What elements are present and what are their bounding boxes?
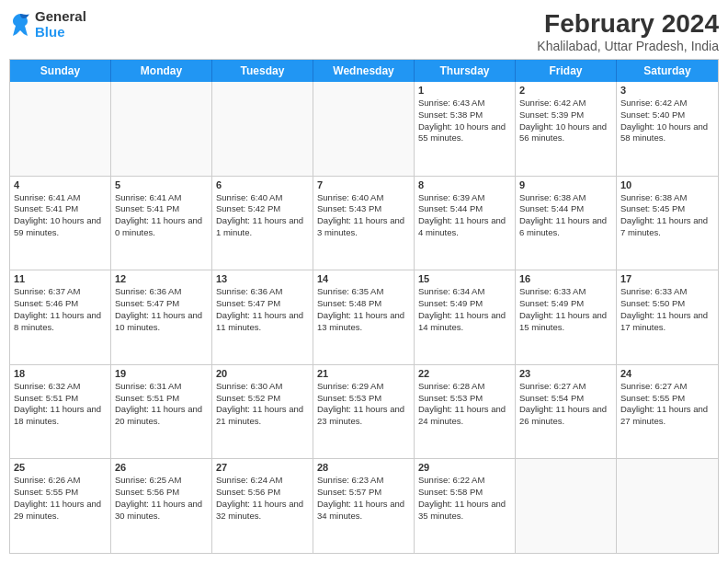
sun-info: Sunrise: 6:32 AM Sunset: 5:51 PM Dayligh… [14, 381, 107, 428]
calendar-cell: 11Sunrise: 6:37 AM Sunset: 5:46 PM Dayli… [10, 270, 111, 364]
calendar-cell: 22Sunrise: 6:28 AM Sunset: 5:53 PM Dayli… [415, 365, 516, 459]
calendar-cell: 6Sunrise: 6:40 AM Sunset: 5:42 PM Daylig… [212, 177, 313, 270]
day-number: 22 [418, 368, 511, 379]
sun-info: Sunrise: 6:36 AM Sunset: 5:47 PM Dayligh… [115, 286, 208, 333]
day-number: 21 [317, 368, 410, 379]
sun-info: Sunrise: 6:38 AM Sunset: 5:44 PM Dayligh… [519, 192, 612, 239]
day-number: 20 [216, 368, 309, 379]
calendar-cell: 13Sunrise: 6:36 AM Sunset: 5:47 PM Dayli… [212, 270, 313, 364]
day-number: 11 [14, 273, 107, 284]
day-number: 25 [14, 462, 107, 473]
day-number: 6 [216, 179, 309, 190]
day-number: 24 [620, 368, 714, 379]
calendar-cell: 24Sunrise: 6:27 AM Sunset: 5:55 PM Dayli… [617, 365, 718, 459]
calendar-cell: 7Sunrise: 6:40 AM Sunset: 5:43 PM Daylig… [313, 177, 415, 270]
calendar-cell: 5Sunrise: 6:41 AM Sunset: 5:41 PM Daylig… [111, 177, 212, 270]
sun-info: Sunrise: 6:28 AM Sunset: 5:53 PM Dayligh… [418, 381, 511, 428]
calendar-cell: 2Sunrise: 6:42 AM Sunset: 5:39 PM Daylig… [516, 82, 617, 176]
day-number: 10 [620, 179, 714, 190]
calendar-cell [212, 82, 313, 176]
logo-blue: Blue [35, 25, 86, 40]
sun-info: Sunrise: 6:27 AM Sunset: 5:55 PM Dayligh… [620, 381, 714, 428]
day-number: 1 [418, 85, 511, 96]
day-number: 5 [115, 179, 208, 190]
sun-info: Sunrise: 6:24 AM Sunset: 5:56 PM Dayligh… [216, 475, 309, 522]
calendar-row-3: 18Sunrise: 6:32 AM Sunset: 5:51 PM Dayli… [10, 364, 718, 459]
calendar-cell: 18Sunrise: 6:32 AM Sunset: 5:51 PM Dayli… [10, 365, 111, 459]
sun-info: Sunrise: 6:42 AM Sunset: 5:40 PM Dayligh… [620, 98, 714, 144]
sun-info: Sunrise: 6:22 AM Sunset: 5:58 PM Dayligh… [418, 475, 511, 522]
sun-info: Sunrise: 6:33 AM Sunset: 5:49 PM Dayligh… [519, 286, 612, 333]
day-number: 4 [14, 179, 107, 190]
sun-info: Sunrise: 6:40 AM Sunset: 5:43 PM Dayligh… [317, 192, 410, 239]
day-number: 18 [14, 368, 107, 379]
sun-info: Sunrise: 6:25 AM Sunset: 5:56 PM Dayligh… [115, 475, 208, 522]
location: Khalilabad, Uttar Pradesh, India [537, 39, 719, 53]
sun-info: Sunrise: 6:29 AM Sunset: 5:53 PM Dayligh… [317, 381, 410, 428]
weekday-header-saturday: Saturday [617, 60, 718, 82]
calendar-cell [111, 82, 212, 176]
weekday-header-sunday: Sunday [10, 60, 111, 82]
calendar-cell: 10Sunrise: 6:38 AM Sunset: 5:45 PM Dayli… [617, 177, 718, 270]
calendar-cell: 9Sunrise: 6:38 AM Sunset: 5:44 PM Daylig… [516, 177, 617, 270]
day-number: 14 [317, 273, 410, 284]
day-number: 9 [519, 179, 612, 190]
sun-info: Sunrise: 6:23 AM Sunset: 5:57 PM Dayligh… [317, 475, 410, 522]
day-number: 29 [418, 462, 511, 473]
sun-info: Sunrise: 6:36 AM Sunset: 5:47 PM Dayligh… [216, 286, 309, 333]
sun-info: Sunrise: 6:26 AM Sunset: 5:55 PM Dayligh… [14, 475, 107, 522]
logo-text: General Blue [35, 9, 86, 40]
sun-info: Sunrise: 6:40 AM Sunset: 5:42 PM Dayligh… [216, 192, 309, 239]
weekday-header-monday: Monday [111, 60, 212, 82]
weekday-header-wednesday: Wednesday [313, 60, 415, 82]
calendar-cell: 1Sunrise: 6:43 AM Sunset: 5:38 PM Daylig… [415, 82, 516, 176]
day-number: 15 [418, 273, 511, 284]
calendar-cell: 23Sunrise: 6:27 AM Sunset: 5:54 PM Dayli… [516, 365, 617, 459]
weekday-header-thursday: Thursday [415, 60, 516, 82]
calendar-header: SundayMondayTuesdayWednesdayThursdayFrid… [10, 60, 718, 82]
weekday-header-friday: Friday [516, 60, 617, 82]
calendar-body: 1Sunrise: 6:43 AM Sunset: 5:38 PM Daylig… [10, 82, 718, 553]
sun-info: Sunrise: 6:41 AM Sunset: 5:41 PM Dayligh… [115, 192, 208, 239]
calendar-cell: 28Sunrise: 6:23 AM Sunset: 5:57 PM Dayli… [313, 459, 415, 553]
calendar-cell: 17Sunrise: 6:33 AM Sunset: 5:50 PM Dayli… [617, 270, 718, 364]
sun-info: Sunrise: 6:31 AM Sunset: 5:51 PM Dayligh… [115, 381, 208, 428]
calendar-row-1: 4Sunrise: 6:41 AM Sunset: 5:41 PM Daylig… [10, 176, 718, 270]
calendar-cell: 21Sunrise: 6:29 AM Sunset: 5:53 PM Dayli… [313, 365, 415, 459]
calendar-cell: 26Sunrise: 6:25 AM Sunset: 5:56 PM Dayli… [111, 459, 212, 553]
day-number: 7 [317, 179, 410, 190]
calendar-cell: 14Sunrise: 6:35 AM Sunset: 5:48 PM Dayli… [313, 270, 415, 364]
sun-info: Sunrise: 6:38 AM Sunset: 5:45 PM Dayligh… [620, 192, 714, 239]
logo-general: General [35, 9, 86, 25]
calendar-row-4: 25Sunrise: 6:26 AM Sunset: 5:55 PM Dayli… [10, 458, 718, 553]
calendar-cell [10, 82, 111, 176]
calendar-row-0: 1Sunrise: 6:43 AM Sunset: 5:38 PM Daylig… [10, 82, 718, 176]
calendar-cell: 27Sunrise: 6:24 AM Sunset: 5:56 PM Dayli… [212, 459, 313, 553]
day-number: 23 [519, 368, 612, 379]
calendar-cell: 20Sunrise: 6:30 AM Sunset: 5:52 PM Dayli… [212, 365, 313, 459]
sun-info: Sunrise: 6:39 AM Sunset: 5:44 PM Dayligh… [418, 192, 511, 239]
logo-bird-icon [9, 12, 31, 38]
sun-info: Sunrise: 6:41 AM Sunset: 5:41 PM Dayligh… [14, 192, 107, 239]
calendar-cell: 16Sunrise: 6:33 AM Sunset: 5:49 PM Dayli… [516, 270, 617, 364]
header: General Blue February 2024 Khalilabad, U… [9, 9, 719, 53]
calendar-cell: 15Sunrise: 6:34 AM Sunset: 5:49 PM Dayli… [415, 270, 516, 364]
calendar-cell: 8Sunrise: 6:39 AM Sunset: 5:44 PM Daylig… [415, 177, 516, 270]
logo: General Blue [9, 9, 86, 40]
sun-info: Sunrise: 6:30 AM Sunset: 5:52 PM Dayligh… [216, 381, 309, 428]
day-number: 28 [317, 462, 410, 473]
calendar-row-2: 11Sunrise: 6:37 AM Sunset: 5:46 PM Dayli… [10, 270, 718, 364]
day-number: 16 [519, 273, 612, 284]
day-number: 17 [620, 273, 714, 284]
calendar-cell: 4Sunrise: 6:41 AM Sunset: 5:41 PM Daylig… [10, 177, 111, 270]
sun-info: Sunrise: 6:42 AM Sunset: 5:39 PM Dayligh… [519, 98, 612, 144]
calendar-cell: 12Sunrise: 6:36 AM Sunset: 5:47 PM Dayli… [111, 270, 212, 364]
day-number: 27 [216, 462, 309, 473]
calendar-cell: 25Sunrise: 6:26 AM Sunset: 5:55 PM Dayli… [10, 459, 111, 553]
day-number: 3 [620, 85, 714, 96]
day-number: 13 [216, 273, 309, 284]
title-block: February 2024 Khalilabad, Uttar Pradesh,… [537, 9, 719, 53]
calendar-cell: 29Sunrise: 6:22 AM Sunset: 5:58 PM Dayli… [415, 459, 516, 553]
sun-info: Sunrise: 6:43 AM Sunset: 5:38 PM Dayligh… [418, 98, 511, 144]
month-year: February 2024 [537, 9, 719, 39]
